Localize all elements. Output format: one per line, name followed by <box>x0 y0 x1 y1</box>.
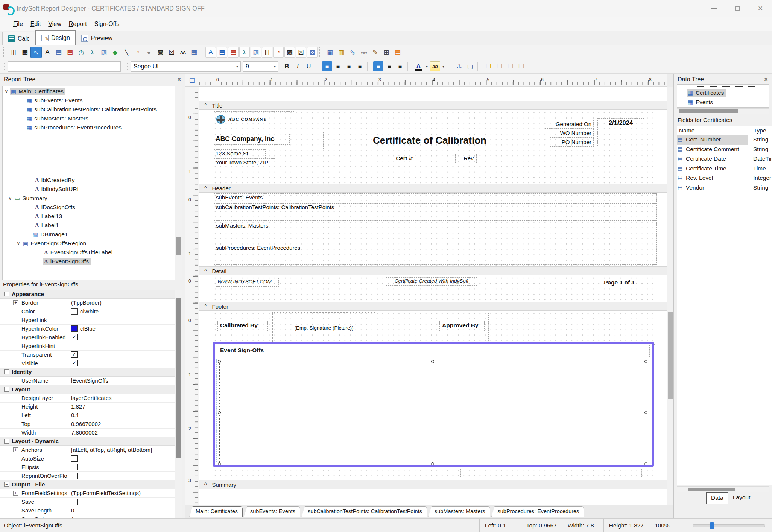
selection-handle[interactable] <box>644 360 647 363</box>
property-row[interactable]: Border (TppBorder) <box>0 299 182 307</box>
po-number-value-element[interactable] <box>597 138 644 146</box>
cert-number-label-element[interactable]: Cert #: <box>369 154 417 163</box>
subreport-events-element[interactable]: subEvents: Events <box>214 193 657 202</box>
dbtext-tool-icon[interactable]: A <box>205 47 216 58</box>
chart-tool-icon[interactable]: ◔ <box>132 47 143 58</box>
selection-handle[interactable] <box>218 462 221 465</box>
property-value[interactable]: lEventSignOffs <box>71 377 174 384</box>
data-tree-node[interactable]: ▦ Certificates <box>677 88 769 97</box>
memo-tool-icon[interactable]: ▤ <box>53 47 64 58</box>
field-row[interactable]: Rev. Level Integer <box>677 173 772 183</box>
approved-by-element[interactable]: Approved By <box>439 321 485 331</box>
toolbar-grip[interactable] <box>3 47 6 57</box>
property-row[interactable]: ReprintOnOverFlo <box>0 472 182 480</box>
style-combo[interactable] <box>8 61 121 72</box>
title-band[interactable]: ABC COMPANY ABC Company, Inc 123 Some St… <box>199 110 667 184</box>
property-value[interactable] <box>71 351 174 358</box>
tree-item[interactable]: A Label13 <box>3 212 175 221</box>
approver-signature-box-element[interactable] <box>488 313 655 345</box>
footer-band[interactable]: Calibrated By (Emp. Signature (Picture))… <box>199 311 667 480</box>
send-backward-button[interactable]: ❐ <box>516 61 526 71</box>
field-row[interactable]: Certificate Comment String <box>677 145 772 155</box>
property-value[interactable]: 0 <box>71 507 174 514</box>
property-row[interactable]: SaveOrder 1 <box>0 515 182 518</box>
system-variable-tool-icon[interactable]: ◷ <box>76 47 87 58</box>
line-tool-icon[interactable]: ╲ <box>121 47 132 58</box>
dbtable-tool-icon[interactable]: ⊠ <box>307 47 318 58</box>
generated-on-label-element[interactable]: Generated On <box>545 120 594 129</box>
minimize-button[interactable] <box>702 0 725 17</box>
page-break-tool-icon[interactable]: ⇘ <box>347 47 358 58</box>
property-row[interactable]: HyperlinkHint <box>0 342 182 351</box>
wo-number-value-element[interactable] <box>597 129 644 137</box>
bring-forward-button[interactable]: ❐ <box>505 61 515 71</box>
footer-extra-box-element[interactable] <box>460 469 642 477</box>
property-value[interactable] <box>71 473 174 479</box>
tree-item[interactable]: A lEventSignOffs <box>3 257 175 266</box>
scrollbar-thumb[interactable] <box>679 109 738 113</box>
expand-icon[interactable] <box>4 369 9 374</box>
menu-item[interactable]: Report <box>65 19 91 29</box>
property-row[interactable]: HyperlinkEnabled <box>0 333 182 342</box>
band-header-title[interactable]: Title <box>199 101 667 110</box>
dbchart-tool-icon[interactable]: ◔ <box>273 47 284 58</box>
selection-handle[interactable] <box>431 462 434 465</box>
variable-tool-icon[interactable]: Σ <box>87 47 98 58</box>
property-row[interactable]: Anchors [atLeft, atTop, atRight, atBotto… <box>0 446 182 454</box>
format-separator[interactable] <box>477 62 481 71</box>
selection-handle[interactable] <box>218 411 221 414</box>
property-value[interactable]: clWhite <box>71 308 174 315</box>
tree-item[interactable]: ▦ subMasters: Masters <box>3 114 175 123</box>
property-value[interactable]: [atLeft, atTop, atRight, atBottom] <box>71 447 174 453</box>
property-row[interactable]: Layout <box>0 385 182 394</box>
zoom-slider-thumb[interactable] <box>710 522 714 529</box>
property-value[interactable]: 0.1 <box>71 412 174 418</box>
grid-tool-icon[interactable]: ⊞ <box>381 47 392 58</box>
detail-band[interactable]: WWW.INDYSOFT.COM Certificate Created Wit… <box>199 275 667 302</box>
calibrated-by-element[interactable]: Calibrated By <box>217 321 268 331</box>
generated-on-value-element[interactable]: 2/1/2024 <box>597 118 644 128</box>
rev-label-element[interactable]: Rev. <box>458 154 477 163</box>
barcode-tool-icon[interactable]: ||| <box>8 47 19 58</box>
zoom-slider[interactable] <box>690 519 767 532</box>
property-row[interactable]: Visible <box>0 359 182 368</box>
property-row[interactable]: Height 1.827 <box>0 403 182 411</box>
anchor-button[interactable]: ⚓ <box>454 61 464 71</box>
www-link-tool-icon[interactable]: ww <box>359 47 369 58</box>
tree-item[interactable]: ▧ DBImage1 <box>3 230 175 239</box>
valign-middle-button[interactable]: ≡ <box>384 61 394 71</box>
expand-icon[interactable] <box>4 439 9 444</box>
bring-to-front-button[interactable]: ❐ <box>483 61 494 71</box>
company-name-element[interactable]: ABC Company, Inc <box>214 134 290 145</box>
property-row[interactable]: Identity <box>0 368 182 377</box>
label-tool-icon[interactable]: A <box>42 47 53 58</box>
cert-number-value-element[interactable] <box>427 154 456 163</box>
tree-item[interactable]: A EventSignOffsTitleLabel <box>3 248 175 257</box>
property-row[interactable]: Layout - Dynamic <box>0 437 182 446</box>
property-value[interactable] <box>71 455 174 462</box>
subreport-masters-element[interactable]: subMasters: Masters <box>214 222 657 243</box>
scrollbar-thumb[interactable] <box>668 312 673 399</box>
dbbarcode-tool-icon[interactable]: ||| <box>262 47 272 58</box>
header-band[interactable]: subEvents: Events subCalibrationTestPoin… <box>199 193 667 266</box>
property-row[interactable]: Appearance <box>0 290 182 299</box>
selection-handle[interactable] <box>644 411 647 414</box>
property-row[interactable]: UserName lEventSignOffs <box>0 377 182 385</box>
fields-column-name[interactable]: Name <box>679 127 694 134</box>
tree-item[interactable]: A lDocSignOffs <box>3 203 175 212</box>
tree-item[interactable]: ∨ ▦ Main: Certificates <box>3 87 175 96</box>
scrollbar-thumb[interactable] <box>176 298 181 458</box>
close-panel-icon[interactable]: ✕ <box>764 76 768 82</box>
report-tree-scrollbar[interactable] <box>175 86 182 280</box>
field-row[interactable]: Cert. Number String <box>677 135 772 145</box>
dbimage-tool-icon[interactable]: ▧ <box>251 47 261 58</box>
tab-preview[interactable]: Preview <box>76 32 118 45</box>
band-header-detail[interactable]: Detail <box>199 266 667 275</box>
close-button[interactable]: ✕ <box>749 0 772 17</box>
page-number-element[interactable]: Page 1 of 1 <box>597 278 637 288</box>
expand-icon[interactable] <box>4 292 9 296</box>
property-row[interactable]: Transparent <box>0 351 182 359</box>
subreport-calibrationtestpoints-element[interactable]: subCalibrationTestPoints: CalibrationTes… <box>214 203 657 221</box>
property-value[interactable] <box>71 334 174 340</box>
dbmemo-tool-icon[interactable]: ▤ <box>217 47 227 58</box>
